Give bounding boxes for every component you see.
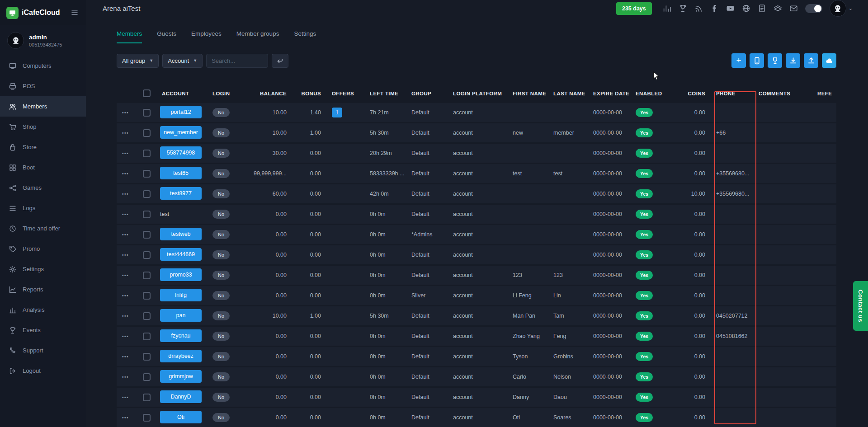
row-actions-icon[interactable] xyxy=(122,394,129,400)
account-button[interactable]: pan xyxy=(160,309,202,322)
menu-toggle-icon[interactable] xyxy=(71,9,79,17)
row-actions-icon[interactable] xyxy=(122,191,129,197)
row-checkbox[interactable] xyxy=(143,211,151,218)
facebook-icon[interactable] xyxy=(710,4,719,13)
account-button[interactable]: new_member xyxy=(160,126,202,139)
account-button[interactable]: Oti xyxy=(160,411,202,423)
col-login-platform[interactable]: LOGIN PLATFORM xyxy=(448,85,507,102)
row-checkbox[interactable] xyxy=(143,190,151,198)
account-button[interactable]: fzycnau xyxy=(160,329,202,342)
row-actions-icon[interactable] xyxy=(122,414,129,421)
add-member-button[interactable]: + xyxy=(731,53,746,68)
row-actions-icon[interactable] xyxy=(122,272,129,278)
row-checkbox[interactable] xyxy=(143,333,151,340)
account-button[interactable]: test xyxy=(160,211,169,217)
export-button[interactable] xyxy=(804,53,818,68)
layers-icon[interactable] xyxy=(774,4,782,13)
row-checkbox[interactable] xyxy=(143,129,151,137)
col-expire-date[interactable]: EXPIRE DATE xyxy=(588,85,630,102)
row-actions-icon[interactable] xyxy=(122,374,129,380)
tab-member-groups[interactable]: Member groups xyxy=(236,30,279,43)
account-button[interactable]: lnlifg xyxy=(160,289,202,301)
sidebar-item-games[interactable]: Games xyxy=(0,178,86,198)
rss-icon[interactable] xyxy=(694,4,703,13)
row-actions-icon[interactable] xyxy=(122,252,129,258)
sidebar-item-promo[interactable]: Promo xyxy=(0,239,86,259)
account-button[interactable]: testweb xyxy=(160,228,202,240)
col-balance[interactable]: BALANCE xyxy=(241,85,292,102)
row-checkbox[interactable] xyxy=(143,170,151,178)
row-checkbox[interactable] xyxy=(143,353,151,361)
search-reset-button[interactable] xyxy=(272,54,288,68)
col-enabled[interactable]: ENABLED xyxy=(630,85,674,102)
contact-us-button[interactable]: Contact us xyxy=(853,281,868,331)
account-button[interactable]: test65 xyxy=(160,167,202,179)
sidebar-item-analysis[interactable]: Analysis xyxy=(0,300,86,320)
sidebar-item-reports[interactable]: Reports xyxy=(0,279,86,300)
account-button[interactable]: test8977 xyxy=(160,187,202,200)
col-last-name[interactable]: LAST NAME xyxy=(548,85,588,102)
rewards-button[interactable] xyxy=(768,53,782,68)
row-actions-icon[interactable] xyxy=(122,353,129,360)
tab-guests[interactable]: Guests xyxy=(157,30,176,43)
group-filter-select[interactable]: All group ▼ xyxy=(117,54,159,68)
import-button[interactable] xyxy=(786,53,800,68)
row-checkbox[interactable] xyxy=(143,312,151,320)
account-button[interactable]: 558774998 xyxy=(160,146,202,159)
sidebar-item-logs[interactable]: Logs xyxy=(0,198,86,218)
sidebar-item-boot[interactable]: Boot xyxy=(0,157,86,178)
col-group[interactable]: GROUP xyxy=(406,85,448,102)
tab-employees[interactable]: Employees xyxy=(191,30,222,43)
row-actions-icon[interactable] xyxy=(122,313,129,319)
col-bonus[interactable]: BONUS xyxy=(292,85,326,102)
account-button[interactable]: test444669 xyxy=(160,248,202,261)
account-button[interactable]: drraybeez xyxy=(160,350,202,362)
mobile-app-button[interactable] xyxy=(750,53,764,68)
col-left-time[interactable]: LEFT TIME xyxy=(364,85,406,102)
sidebar-item-computers[interactable]: Computers xyxy=(0,56,86,76)
account-menu[interactable]: ⌄ xyxy=(830,0,853,17)
col-first-name[interactable]: FIRST NAME xyxy=(507,85,548,102)
mail-icon[interactable] xyxy=(789,4,798,13)
row-checkbox[interactable] xyxy=(143,109,151,117)
cloud-sync-button[interactable] xyxy=(822,53,836,68)
row-checkbox[interactable] xyxy=(143,292,151,300)
sidebar-item-logout[interactable]: Logout xyxy=(0,361,86,381)
row-checkbox[interactable] xyxy=(143,272,151,279)
col-referrer[interactable]: REFE xyxy=(812,85,836,102)
trophy-icon[interactable] xyxy=(679,4,687,13)
col-account[interactable]: ACCOUNT xyxy=(156,85,207,102)
row-actions-icon[interactable] xyxy=(122,333,129,339)
col-offers[interactable]: OFFERS xyxy=(326,85,364,102)
field-filter-select[interactable]: Account ▼ xyxy=(162,54,203,68)
sidebar-item-support[interactable]: Support xyxy=(0,340,86,361)
row-actions-icon[interactable] xyxy=(122,211,129,217)
row-checkbox[interactable] xyxy=(143,394,151,401)
license-days-button[interactable]: 235 days xyxy=(616,2,652,15)
col-comments[interactable]: COMMENTS xyxy=(753,85,812,102)
invoice-icon[interactable] xyxy=(758,4,766,13)
offers-badge[interactable]: 1 xyxy=(332,108,342,117)
app-logo[interactable]: iCafeCloud xyxy=(6,7,60,19)
sidebar-item-members[interactable]: Members xyxy=(0,96,86,117)
row-actions-icon[interactable] xyxy=(122,170,129,177)
stats-icon[interactable] xyxy=(663,4,671,13)
row-checkbox[interactable] xyxy=(143,251,151,259)
topbar-avatar[interactable] xyxy=(830,0,846,17)
select-all-checkbox[interactable] xyxy=(143,89,151,97)
row-actions-icon[interactable] xyxy=(122,109,129,116)
row-actions-icon[interactable] xyxy=(122,231,129,238)
account-button[interactable]: DannyD xyxy=(160,390,202,403)
row-checkbox[interactable] xyxy=(143,414,151,422)
row-actions-icon[interactable] xyxy=(122,130,129,136)
sidebar-item-store[interactable]: Store xyxy=(0,137,86,157)
col-phone[interactable]: PHONE xyxy=(711,85,753,102)
sidebar-item-settings[interactable]: Settings xyxy=(0,259,86,279)
row-checkbox[interactable] xyxy=(143,231,151,239)
tab-settings[interactable]: Settings xyxy=(294,30,316,43)
row-checkbox[interactable] xyxy=(143,150,151,157)
row-checkbox[interactable] xyxy=(143,373,151,381)
search-input[interactable] xyxy=(206,54,268,68)
tab-members[interactable]: Members xyxy=(117,30,142,43)
sidebar-item-pos[interactable]: POS xyxy=(0,76,86,96)
